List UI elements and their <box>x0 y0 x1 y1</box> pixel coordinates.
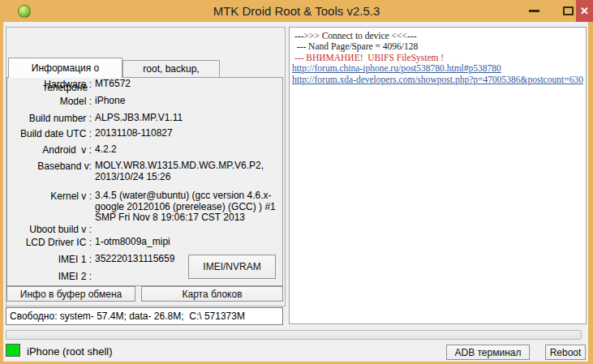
tab-root-backup-recovery[interactable]: root, backup, recovery <box>122 60 220 77</box>
field-label: Model : <box>7 96 92 107</box>
maximize-button[interactable] <box>558 0 578 22</box>
phone-info-panel: Информация о телефоне root, backup, reco… <box>6 27 286 306</box>
log-line-nand: --- Nand Page/Spare = 4096/128 <box>292 41 584 52</box>
status-device-label: iPhone (root shell) <box>27 345 113 358</box>
maximize-icon <box>563 6 574 15</box>
field-label: IMEI 2 : <box>7 271 92 282</box>
block-map-button[interactable]: Карта блоков <box>141 286 283 302</box>
title-bar: MTK Droid Root & Tools v2.5.3 ✕ <box>0 0 593 22</box>
field-label: Baseband v: <box>7 161 92 172</box>
field-label: Kernel v : <box>7 191 92 202</box>
field-value: MOLY.WR8.W1315.MD.WG.MP.V6.P2, 2013/10/2… <box>95 161 286 182</box>
close-button[interactable]: ✕ <box>576 0 593 22</box>
log-link-china-iphone[interactable]: http://forum.china-iphone.ru/post538780.… <box>292 63 584 74</box>
field-label: Build number : <box>7 113 92 124</box>
window-title: MTK Droid Root & Tools v2.5.3 <box>0 0 593 22</box>
log-link-xda[interactable]: http://forum.xda-developers.com/showpost… <box>292 75 584 85</box>
log-area[interactable]: --->>> Connect to device <<<--- --- Nand… <box>289 27 587 324</box>
field-label: IMEI 1 : <box>7 254 92 265</box>
progress-bar <box>6 330 582 340</box>
phone-info-tab-page: Hardware : MT6572 Model : iPhone Build n… <box>6 77 283 286</box>
log-line-connect: --->>> Connect to device <<<--- <box>292 31 584 41</box>
app-window: MTK Droid Root & Tools v2.5.3 ✕ Информац… <box>0 0 593 364</box>
field-label: Build date UTC : <box>7 128 92 139</box>
field-value: 1-otm8009a_mipi <box>95 237 286 248</box>
minimize-icon <box>529 10 539 12</box>
field-value: 20131108-110827 <box>95 128 286 139</box>
minimize-button[interactable] <box>524 0 544 22</box>
field-value: 4.2.2 <box>95 144 286 156</box>
close-icon: ✕ <box>580 0 589 22</box>
field-label: LCD Driver IC : <box>7 237 92 248</box>
field-value: iPhone <box>95 96 286 107</box>
field-value: 3.4.5 (water@ubuntu) (gcc version 4.6.x-… <box>95 191 286 224</box>
info-to-clipboard-button[interactable]: Инфо в буфер обмена <box>6 286 135 302</box>
log-line-warning: --- ВНИМАНИЕ! UBIFS FileSystem ! <box>292 53 584 63</box>
adb-terminal-button[interactable]: ADB терминал <box>446 345 530 360</box>
field-value: ALPS.JB3.MP.V1.11 <box>95 113 286 124</box>
field-label: Uboot build v : <box>7 224 92 235</box>
imei-nvram-button[interactable]: IMEI/NVRAM <box>188 255 276 279</box>
status-led <box>6 344 20 357</box>
field-label: Android v : <box>7 144 92 156</box>
reboot-button[interactable]: Reboot <box>545 345 586 360</box>
tab-phone-info[interactable]: Информация о телефоне <box>8 58 122 78</box>
field-value: MT6572 <box>95 79 286 90</box>
free-space-field[interactable] <box>6 307 283 325</box>
